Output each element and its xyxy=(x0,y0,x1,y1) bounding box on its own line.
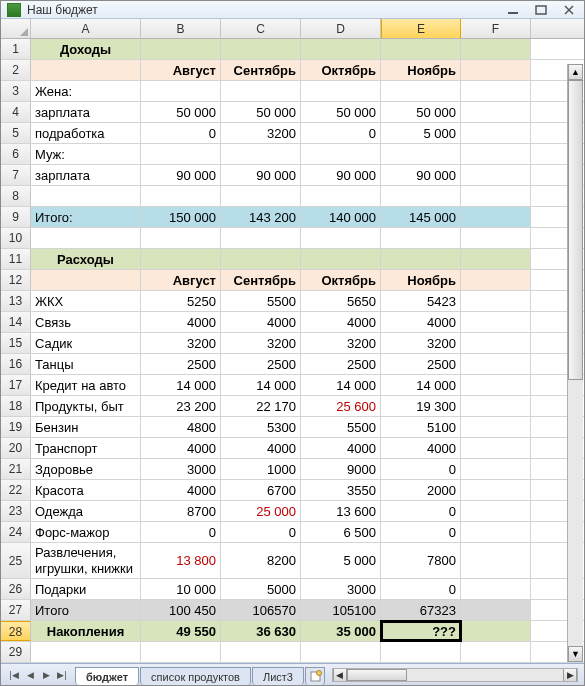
col-header-F[interactable]: F xyxy=(461,19,531,38)
rows-container: 1 Доходы 2 Август Сентябрь Октябрь Ноябр… xyxy=(1,39,584,663)
spreadsheet-grid[interactable]: A B C D E F 1 Доходы xyxy=(1,19,584,663)
row-header[interactable]: 4 xyxy=(1,102,31,122)
table-row: 6 Муж: xyxy=(1,144,584,165)
tab-nav-last-icon[interactable]: ▶| xyxy=(55,668,69,682)
row-header[interactable]: 10 xyxy=(1,228,31,248)
table-row: 29 xyxy=(1,642,584,663)
row-header[interactable]: 29 xyxy=(1,642,31,662)
row-header[interactable]: 15 xyxy=(1,333,31,353)
month-oct[interactable]: Октябрь xyxy=(301,60,381,80)
new-sheet-button[interactable] xyxy=(305,667,325,685)
scroll-right-icon[interactable]: ▶ xyxy=(563,669,577,681)
tab-nav-first-icon[interactable]: |◀ xyxy=(7,668,21,682)
scroll-thumb[interactable] xyxy=(568,80,583,380)
sheet-tab-sheet3[interactable]: Лист3 xyxy=(252,667,304,685)
table-row: 22 Красота 4000 6700 3550 2000 xyxy=(1,480,584,501)
row-header[interactable]: 5 xyxy=(1,123,31,143)
tab-nav-next-icon[interactable]: ▶ xyxy=(39,668,53,682)
active-cell[interactable]: ??? xyxy=(381,621,461,641)
tab-nav-prev-icon[interactable]: ◀ xyxy=(23,668,37,682)
scroll-left-icon[interactable]: ◀ xyxy=(333,669,347,681)
table-row: 10 xyxy=(1,228,584,249)
row-header[interactable]: 14 xyxy=(1,312,31,332)
row-header[interactable]: 24 xyxy=(1,522,31,542)
table-row: 1 Доходы xyxy=(1,39,584,60)
col-header-B[interactable]: B xyxy=(141,19,221,38)
income-section-header[interactable]: Доходы xyxy=(31,39,141,59)
row-header[interactable]: 28 xyxy=(1,621,31,641)
month-sep[interactable]: Сентябрь xyxy=(221,60,301,80)
col-header-C[interactable]: C xyxy=(221,19,301,38)
horizontal-scrollbar[interactable]: ◀ ▶ xyxy=(332,668,578,682)
hscroll-thumb[interactable] xyxy=(347,669,407,681)
svg-rect-0 xyxy=(508,12,518,14)
row-header[interactable]: 22 xyxy=(1,480,31,500)
svg-rect-1 xyxy=(536,6,546,14)
app-icon xyxy=(7,3,21,17)
row-header[interactable]: 21 xyxy=(1,459,31,479)
table-row: 16 Танцы 2500 2500 2500 2500 xyxy=(1,354,584,375)
table-row: 2 Август Сентябрь Октябрь Ноябрь xyxy=(1,60,584,81)
row-header[interactable]: 18 xyxy=(1,396,31,416)
close-button[interactable] xyxy=(560,3,578,17)
expense-total-row: 27 Итого 100 450 106570 105100 67323 xyxy=(1,600,584,621)
row-header[interactable]: 3 xyxy=(1,81,31,101)
row-header[interactable]: 12 xyxy=(1,270,31,290)
table-row: 3 Жена: xyxy=(1,81,584,102)
table-row: 25 Развлечения, игрушки, книжки 13 800 8… xyxy=(1,543,584,579)
table-row: 14 Связь 4000 4000 4000 4000 xyxy=(1,312,584,333)
month-nov[interactable]: Ноябрь xyxy=(381,60,461,80)
table-row: 5 подработка 0 3200 0 5 000 xyxy=(1,123,584,144)
table-row: 20 Транспорт 4000 4000 4000 4000 xyxy=(1,438,584,459)
table-row: 19 Бензин 4800 5300 5500 5100 xyxy=(1,417,584,438)
savings-row: 28 Накопления 49 550 36 630 35 000 ??? xyxy=(1,621,584,642)
minimize-button[interactable] xyxy=(504,3,522,17)
select-all-corner[interactable] xyxy=(1,19,31,38)
row-header[interactable]: 25 xyxy=(1,543,31,578)
table-row: 13 ЖКХ 5250 5500 5650 5423 xyxy=(1,291,584,312)
row-header[interactable]: 27 xyxy=(1,600,31,620)
col-header-E[interactable]: E xyxy=(381,19,461,38)
row-header[interactable]: 2 xyxy=(1,60,31,80)
vertical-scrollbar[interactable]: ▲ ▼ xyxy=(567,64,583,662)
row-header[interactable]: 8 xyxy=(1,186,31,206)
income-total-row: 9 Итого: 150 000 143 200 140 000 145 000 xyxy=(1,207,584,228)
row-header[interactable]: 23 xyxy=(1,501,31,521)
row-header[interactable]: 6 xyxy=(1,144,31,164)
sheet-tab-budget[interactable]: бюджет xyxy=(75,667,139,685)
row-header[interactable]: 13 xyxy=(1,291,31,311)
table-row: 4 зарплата 50 000 50 000 50 000 50 000 xyxy=(1,102,584,123)
row-header[interactable]: 16 xyxy=(1,354,31,374)
titlebar: Наш бюджет xyxy=(1,1,584,19)
table-row: 7 зарплата 90 000 90 000 90 000 90 000 xyxy=(1,165,584,186)
scroll-up-icon[interactable]: ▲ xyxy=(568,64,583,80)
row-header[interactable]: 9 xyxy=(1,207,31,227)
table-row: 15 Садик 3200 3200 3200 3200 xyxy=(1,333,584,354)
row-header[interactable]: 20 xyxy=(1,438,31,458)
column-headers: A B C D E F xyxy=(1,19,584,39)
month-aug[interactable]: Август xyxy=(141,60,221,80)
svg-point-3 xyxy=(316,671,321,676)
expense-section-header[interactable]: Расходы xyxy=(31,249,141,269)
col-header-D[interactable]: D xyxy=(301,19,381,38)
row-header[interactable]: 26 xyxy=(1,579,31,599)
table-row: 23 Одежда 8700 25 000 13 600 0 xyxy=(1,501,584,522)
maximize-button[interactable] xyxy=(532,3,550,17)
table-row: 11 Расходы xyxy=(1,249,584,270)
row-header[interactable]: 17 xyxy=(1,375,31,395)
row-header[interactable]: 11 xyxy=(1,249,31,269)
window-title: Наш бюджет xyxy=(27,3,504,17)
table-row: 21 Здоровье 3000 1000 9000 0 xyxy=(1,459,584,480)
table-row: 18 Продукты, быт 23 200 22 170 25 600 19… xyxy=(1,396,584,417)
row-header[interactable]: 19 xyxy=(1,417,31,437)
row-header[interactable]: 7 xyxy=(1,165,31,185)
sheet-tab-products[interactable]: список продуктов xyxy=(140,667,251,685)
table-row: 24 Форс-мажор 0 0 6 500 0 xyxy=(1,522,584,543)
wife-label[interactable]: Жена: xyxy=(31,81,141,101)
scroll-down-icon[interactable]: ▼ xyxy=(568,646,583,662)
sheet-tab-strip: |◀ ◀ ▶ ▶| бюджет список продуктов Лист3 … xyxy=(1,663,584,685)
col-header-A[interactable]: A xyxy=(31,19,141,38)
row-header[interactable]: 1 xyxy=(1,39,31,59)
table-row: 8 xyxy=(1,186,584,207)
table-row: 17 Кредит на авто 14 000 14 000 14 000 1… xyxy=(1,375,584,396)
